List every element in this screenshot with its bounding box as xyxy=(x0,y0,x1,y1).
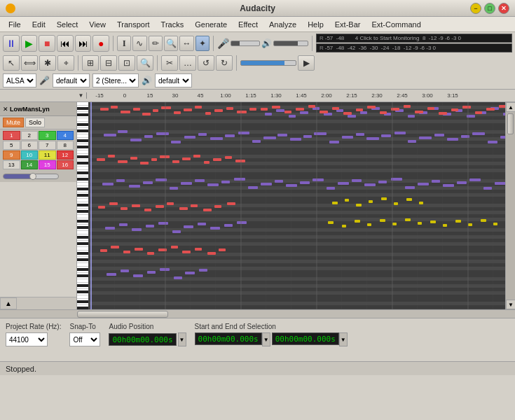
tool-r3[interactable]: ✱ xyxy=(39,55,56,71)
zoom-tool[interactable]: 🔍 xyxy=(164,36,178,51)
channel-10[interactable]: 10 xyxy=(21,150,39,160)
pause-button[interactable]: ⏸ xyxy=(3,35,20,52)
menu-file[interactable]: File xyxy=(3,19,27,30)
h-scroll-thumb[interactable] xyxy=(77,311,168,318)
snap-to-select[interactable]: Off xyxy=(69,332,100,346)
play2[interactable]: ▶ xyxy=(298,55,315,71)
ruler-label: 45 xyxy=(188,92,213,99)
track-close-icon[interactable]: ✕ xyxy=(3,106,8,113)
channel-6[interactable]: 6 xyxy=(21,141,39,150)
svg-rect-195 xyxy=(451,108,458,111)
channel-11[interactable]: 11 xyxy=(39,150,56,160)
track-volume-slider[interactable] xyxy=(3,174,59,179)
menu-view[interactable]: View xyxy=(83,19,111,30)
menu-help[interactable]: Help xyxy=(302,19,329,30)
channel-9[interactable]: 9 xyxy=(3,150,20,160)
output-device-select[interactable]: default xyxy=(155,74,192,88)
minimize-button[interactable]: − xyxy=(470,3,481,14)
menu-ext-bar[interactable]: Ext-Bar xyxy=(329,19,366,30)
channel-14[interactable]: 14 xyxy=(21,160,39,169)
multi-tool[interactable]: ✦ xyxy=(195,36,210,51)
zoom-in[interactable]: ⊞ xyxy=(82,55,99,71)
record-button[interactable]: ● xyxy=(92,35,109,52)
svg-rect-14 xyxy=(133,108,140,111)
svg-rect-29 xyxy=(144,135,153,138)
svg-rect-116 xyxy=(132,228,142,231)
scroll-down-arrow[interactable]: ▼ xyxy=(506,300,515,309)
tool-r2[interactable]: ⟺ xyxy=(21,55,38,71)
solo-button[interactable]: Solo xyxy=(25,118,45,127)
zoom-sel[interactable]: 🔍 xyxy=(137,55,153,71)
undo-tool[interactable]: ↺ xyxy=(198,55,214,71)
audio-pos-dropdown[interactable]: ▼ xyxy=(178,332,186,346)
channel-2[interactable]: 2 xyxy=(21,131,39,140)
skip-forward-button[interactable]: ⏭ xyxy=(75,35,92,52)
sel-end-dropdown[interactable]: ▼ xyxy=(339,332,348,346)
channel-8[interactable]: 8 xyxy=(57,141,74,150)
horizontal-scrollbar[interactable] xyxy=(0,309,515,318)
svg-rect-150 xyxy=(107,273,116,276)
svg-rect-78 xyxy=(195,179,205,182)
channel-16[interactable]: 16 xyxy=(57,160,74,169)
svg-rect-159 xyxy=(276,109,284,112)
input-device-select[interactable]: default xyxy=(53,74,90,88)
sep-r2-3 xyxy=(236,55,237,71)
menu-edit[interactable]: Edit xyxy=(27,19,51,30)
silence-tool[interactable]: … xyxy=(179,55,196,71)
ruler-label: 30 xyxy=(163,92,188,99)
channel-12[interactable]: 12 xyxy=(57,150,74,160)
mute-button[interactable]: Mute xyxy=(3,118,24,127)
playback-position[interactable] xyxy=(240,60,296,66)
select-tool[interactable]: 𝐈 xyxy=(117,36,131,51)
channel-13[interactable]: 13 xyxy=(3,160,20,169)
tool-r4[interactable]: ⌖ xyxy=(57,55,74,71)
sel-start-dropdown[interactable]: ▼ xyxy=(262,332,270,346)
skip-back-button[interactable]: ⏮ xyxy=(57,35,74,52)
channel-1[interactable]: 1 xyxy=(3,131,20,140)
svg-rect-147 xyxy=(195,248,202,251)
play-button[interactable]: ▶ xyxy=(21,35,38,52)
scroll-up-arrow[interactable]: ▲ xyxy=(506,102,515,112)
svg-rect-118 xyxy=(158,222,168,225)
channel-5[interactable]: 5 xyxy=(3,141,20,150)
menu-analyze[interactable]: Analyze xyxy=(263,19,302,30)
menu-select[interactable]: Select xyxy=(51,19,84,30)
draw-tool[interactable]: ✏ xyxy=(149,36,163,51)
output-level-slider[interactable] xyxy=(273,41,308,46)
zoom-out[interactable]: ⊟ xyxy=(100,55,117,71)
menu-ext-command[interactable]: Ext-Command xyxy=(366,19,426,30)
stop-button[interactable]: ■ xyxy=(39,35,55,52)
channel-7[interactable]: 7 xyxy=(39,141,56,150)
svg-rect-18 xyxy=(174,111,181,114)
project-rate-select[interactable]: 44100 xyxy=(6,332,48,346)
svg-rect-138 xyxy=(493,223,497,225)
tool-r1[interactable]: ↖ xyxy=(3,55,20,71)
zoom-fit[interactable]: ⊡ xyxy=(118,55,135,71)
api-select[interactable]: ALSA xyxy=(3,74,36,88)
svg-rect-60 xyxy=(130,157,137,160)
maximize-button[interactable]: □ xyxy=(484,3,495,14)
svg-rect-21 xyxy=(205,112,211,115)
menu-tracks[interactable]: Tracks xyxy=(156,19,190,30)
envelope-tool[interactable]: ∿ xyxy=(132,36,146,51)
menu-generate[interactable]: Generate xyxy=(189,19,233,30)
channel-4[interactable]: 4 xyxy=(57,131,74,140)
track-up-arrow[interactable]: ▲ xyxy=(0,298,17,309)
trim-tool[interactable]: ✂ xyxy=(161,55,178,71)
svg-rect-100 xyxy=(483,187,492,190)
scroll-thumb[interactable] xyxy=(507,113,514,134)
timeshift-tool[interactable]: ↔ xyxy=(179,36,193,51)
svg-rect-52 xyxy=(447,138,458,141)
vertical-scrollbar[interactable]: ▲ ▼ xyxy=(505,102,515,309)
track-volume-thumb[interactable] xyxy=(29,173,36,180)
channel-select[interactable]: 2 (Stere... xyxy=(92,74,139,88)
channel-15[interactable]: 15 xyxy=(39,160,56,169)
svg-rect-158 xyxy=(265,113,272,115)
svg-rect-57 xyxy=(97,158,105,161)
menu-effect[interactable]: Effect xyxy=(233,19,263,30)
redo-tool[interactable]: ↻ xyxy=(216,55,233,71)
close-button[interactable]: ✕ xyxy=(498,3,509,14)
input-level-slider[interactable] xyxy=(231,41,260,46)
menu-transport[interactable]: Transport xyxy=(111,19,156,30)
channel-3[interactable]: 3 xyxy=(39,131,56,140)
